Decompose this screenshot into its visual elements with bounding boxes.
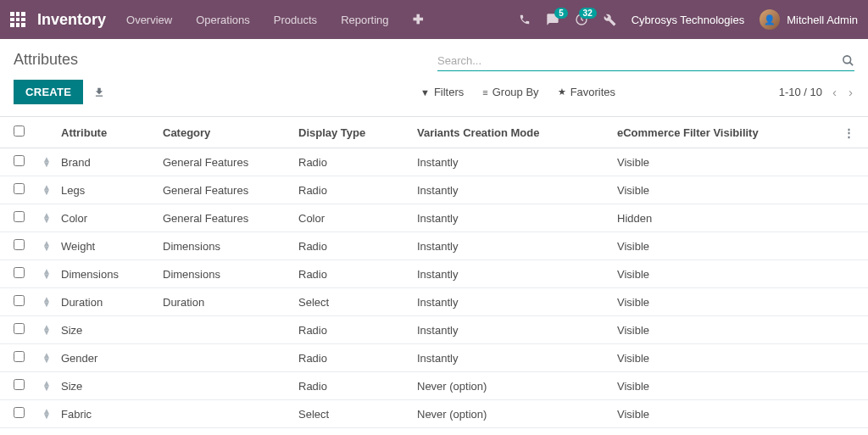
row-checkbox[interactable] (14, 155, 25, 166)
cell-attribute[interactable]: Brand (61, 156, 163, 169)
drag-handle-icon[interactable]: ▲▼ (42, 157, 61, 167)
cell-variants-mode: Instantly (417, 212, 617, 225)
cell-category[interactable]: Dimensions (163, 268, 298, 281)
attributes-table: Attribute Category Display Type Variants… (0, 116, 868, 428)
cell-variants-mode: Instantly (417, 184, 617, 197)
row-checkbox[interactable] (14, 183, 25, 194)
column-options-icon[interactable]: ⋮ (837, 126, 854, 139)
drag-handle-icon[interactable]: ▲▼ (42, 325, 61, 335)
nav-operations[interactable]: Operations (196, 14, 250, 26)
cell-attribute[interactable]: Duration (61, 296, 163, 309)
row-checkbox[interactable] (14, 379, 25, 390)
list-icon: ≡ (482, 87, 487, 98)
app-title[interactable]: Inventory (37, 11, 106, 29)
activity-badge: 32 (579, 8, 597, 19)
header-category[interactable]: Category (163, 126, 298, 139)
cell-category[interactable]: Duration (163, 296, 298, 309)
cell-attribute[interactable]: Gender (61, 352, 163, 365)
cell-attribute[interactable]: Weight (61, 240, 163, 253)
cell-attribute[interactable]: Color (61, 212, 163, 225)
next-page-button[interactable]: › (847, 85, 854, 99)
cell-attribute[interactable]: Fabric (61, 408, 163, 421)
header-ecommerce[interactable]: eCommerce Filter Visibility (617, 126, 837, 139)
cell-variants-mode: Never (option) (417, 380, 617, 393)
cell-ecommerce: Hidden (617, 212, 837, 225)
cell-variants-mode: Instantly (417, 324, 617, 337)
tools-icon[interactable] (604, 14, 616, 26)
cell-display-type: Radio (298, 268, 417, 281)
table-row[interactable]: ▲▼ColorGeneral FeaturesColorInstantlyHid… (0, 204, 868, 232)
avatar: 👤 (760, 9, 780, 30)
table-row[interactable]: ▲▼SizeRadioInstantlyVisible (0, 316, 868, 344)
prev-page-button[interactable]: ‹ (831, 85, 838, 99)
cell-display-type: Radio (298, 156, 417, 169)
drag-handle-icon[interactable]: ▲▼ (42, 297, 61, 307)
nav-overview[interactable]: Overview (126, 14, 172, 26)
header-variants-mode[interactable]: Variants Creation Mode (417, 126, 617, 139)
user-menu[interactable]: 👤 Mitchell Admin (760, 9, 858, 30)
cell-attribute[interactable]: Size (61, 380, 163, 393)
create-button[interactable]: CREATE (14, 80, 83, 104)
phone-icon[interactable] (519, 14, 531, 25)
row-checkbox[interactable] (14, 407, 25, 418)
cell-category[interactable]: General Features (163, 212, 298, 225)
cell-display-type: Color (298, 212, 417, 225)
table-row[interactable]: ▲▼SizeRadioNever (option)Visible (0, 372, 868, 400)
activity-icon[interactable]: 32 (575, 13, 588, 26)
cell-category[interactable]: Dimensions (163, 240, 298, 253)
export-icon[interactable] (93, 86, 105, 98)
header-attribute[interactable]: Attribute (61, 126, 163, 139)
row-checkbox[interactable] (14, 239, 25, 250)
drag-handle-icon[interactable]: ▲▼ (42, 409, 61, 419)
cell-display-type: Select (298, 408, 417, 421)
groupby-button[interactable]: ≡ Group By (482, 86, 538, 98)
table-row[interactable]: ▲▼BrandGeneral FeaturesRadioInstantlyVis… (0, 148, 868, 176)
drag-handle-icon[interactable]: ▲▼ (42, 381, 61, 391)
apps-icon[interactable] (10, 12, 25, 27)
cell-variants-mode: Instantly (417, 296, 617, 309)
drag-handle-icon[interactable]: ▲▼ (42, 241, 61, 251)
table-row[interactable]: ▲▼DimensionsDimensionsRadioInstantlyVisi… (0, 260, 868, 288)
favorites-button[interactable]: ★ Favorites (558, 86, 615, 98)
table-row[interactable]: ▲▼GenderRadioInstantlyVisible (0, 344, 868, 372)
table-header: Attribute Category Display Type Variants… (0, 117, 868, 148)
row-checkbox[interactable] (14, 351, 25, 362)
table-row[interactable]: ▲▼WeightDimensionsRadioInstantlyVisible (0, 232, 868, 260)
cell-category[interactable]: General Features (163, 156, 298, 169)
plus-icon[interactable]: ✚ (413, 12, 424, 27)
filters-button[interactable]: ▼ Filters (420, 86, 464, 98)
nav-reporting[interactable]: Reporting (341, 14, 388, 26)
row-checkbox[interactable] (14, 323, 25, 334)
table-row[interactable]: ▲▼LegsGeneral FeaturesRadioInstantlyVisi… (0, 176, 868, 204)
svg-line-2 (849, 62, 853, 65)
table-row[interactable]: ▲▼FabricSelectNever (option)Visible (0, 400, 868, 428)
row-checkbox[interactable] (14, 267, 25, 278)
company-selector[interactable]: Cybrosys Technologies (632, 14, 744, 26)
row-checkbox[interactable] (14, 295, 25, 306)
row-checkbox[interactable] (14, 211, 25, 222)
cell-ecommerce: Visible (617, 352, 837, 365)
cell-category[interactable]: General Features (163, 184, 298, 197)
cell-attribute[interactable]: Dimensions (61, 268, 163, 281)
cell-variants-mode: Instantly (417, 240, 617, 253)
nav-products[interactable]: Products (274, 14, 317, 26)
cell-ecommerce: Visible (617, 324, 837, 337)
page-title: Attributes (14, 51, 420, 69)
search-icon[interactable] (842, 54, 854, 67)
cell-attribute[interactable]: Size (61, 324, 163, 337)
cell-variants-mode: Instantly (417, 156, 617, 169)
header-display-type[interactable]: Display Type (298, 126, 417, 139)
drag-handle-icon[interactable]: ▲▼ (42, 185, 61, 195)
search-box (437, 51, 854, 71)
user-name: Mitchell Admin (787, 14, 858, 26)
search-input[interactable] (437, 54, 842, 67)
select-all-checkbox[interactable] (14, 125, 25, 137)
cell-attribute[interactable]: Legs (61, 184, 163, 197)
drag-handle-icon[interactable]: ▲▼ (42, 269, 61, 279)
table-row[interactable]: ▲▼DurationDurationSelectInstantlyVisible (0, 288, 868, 316)
favorites-label: Favorites (570, 86, 615, 98)
messages-icon[interactable]: 5 (546, 13, 559, 26)
cell-ecommerce: Visible (617, 156, 837, 169)
drag-handle-icon[interactable]: ▲▼ (42, 213, 61, 223)
drag-handle-icon[interactable]: ▲▼ (42, 353, 61, 363)
